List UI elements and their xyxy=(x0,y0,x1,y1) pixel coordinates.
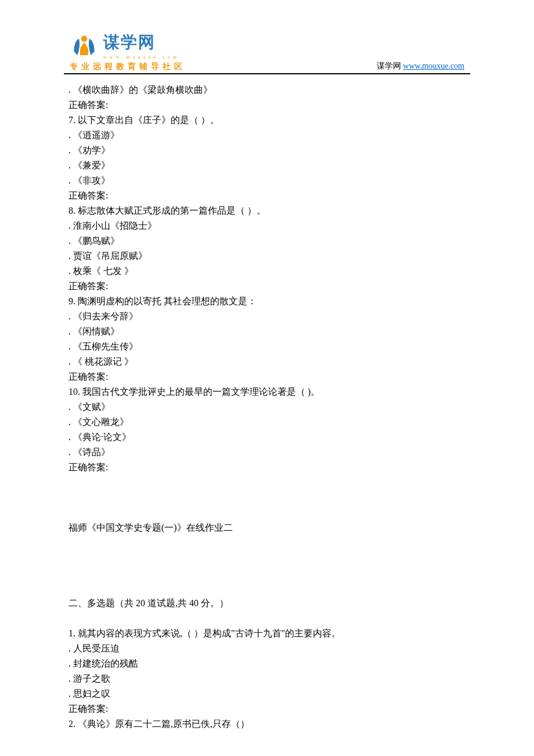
text-line xyxy=(68,566,466,581)
text-line: . 《兼爱》 xyxy=(68,158,466,173)
site-label: 谋学网 xyxy=(377,62,403,70)
text-line: . 《诗品》 xyxy=(68,445,466,460)
text-line: . 《横吹曲辞》的《梁鼓角横吹曲》 xyxy=(68,82,466,98)
text-line: . 《五柳先生传》 xyxy=(68,339,466,354)
svg-point-0 xyxy=(81,36,88,42)
text-line: . 《非攻》 xyxy=(68,173,466,188)
text-line: . 《 桃花源记 》 xyxy=(68,354,466,369)
site-info: 谋学网 www.mouxue.com xyxy=(377,61,464,71)
text-line: 正确答案: xyxy=(68,701,466,717)
text-line xyxy=(68,505,466,520)
text-line: . 《典论·论文》 xyxy=(68,430,466,445)
logo-area: 谋学网 www.mouxue.com xyxy=(70,34,192,60)
text-line: . 《劝学》 xyxy=(68,143,466,158)
text-line: . 游子之歌 xyxy=(68,671,466,686)
text-line xyxy=(68,581,466,596)
text-line: 二、多选题（共 20 道试题,共 40 分。） xyxy=(68,596,466,611)
text-line: 福师《中国文学史专题(一)》在线作业二 xyxy=(68,520,466,535)
text-line: . 思妇之叹 xyxy=(68,686,466,701)
text-line: . 《文赋》 xyxy=(68,399,466,415)
text-line: 1. 就其内容的表现方式来说,（ ）是构成"古诗十九首"的主要内容。 xyxy=(68,626,466,641)
text-line: 正确答案: xyxy=(68,188,466,203)
text-line xyxy=(68,475,466,490)
header-divider xyxy=(64,73,470,74)
logo-title: 谋学网 xyxy=(103,34,178,51)
text-line: . 《逍遥游》 xyxy=(68,128,466,143)
site-url-link[interactable]: www.mouxue.com xyxy=(403,62,464,70)
text-line: . 《文心雕龙》 xyxy=(68,415,466,430)
logo-icon xyxy=(70,34,99,59)
text-line: . 《闲情赋》 xyxy=(68,324,466,339)
text-line: . 《归去来兮辞》 xyxy=(68,309,466,324)
logo-subtitle: www.mouxue.com xyxy=(103,55,178,60)
text-line: 正确答案: xyxy=(68,369,466,384)
tagline: 专业远程教育辅导社区 xyxy=(70,62,186,72)
text-line xyxy=(68,550,466,566)
text-line: 2. 《典论》原有二十二篇,原书已佚,只存（） xyxy=(68,717,466,732)
text-line: 10. 我国古代文学批评史上的最早的一篇文学理论论著是（ )。 xyxy=(68,384,466,399)
text-line: 正确答案: xyxy=(68,279,466,294)
text-line: 9. 陶渊明虚构的以寄托 其社会理想的散文是： xyxy=(68,294,466,309)
text-line xyxy=(68,535,466,550)
text-line: 8. 标志散体大赋正式形成的第一篇作品是（ ）。 xyxy=(68,203,466,218)
text-line: . 枚乘《 七发 》 xyxy=(68,264,466,279)
text-line: . 《鹏鸟赋》 xyxy=(68,233,466,249)
text-line: 正确答案: xyxy=(68,98,466,113)
text-line: . 封建统治的残酷 xyxy=(68,656,466,671)
text-line xyxy=(68,490,466,505)
text-line: . 贾谊《吊屈原赋》 xyxy=(68,249,466,264)
content-area: . 《横吹曲辞》的《梁鼓角横吹曲》 正确答案: 7. 以下文章出自《庄子》的是（… xyxy=(0,75,534,732)
text-line: 正确答案: xyxy=(68,460,466,475)
text-line: . 人民受压迫 xyxy=(68,641,466,656)
text-line xyxy=(68,611,466,626)
text-line: . 淮南小山《招隐士》 xyxy=(68,218,466,233)
text-line: 7. 以下文章出自《庄子》的是（ ）。 xyxy=(68,113,466,128)
